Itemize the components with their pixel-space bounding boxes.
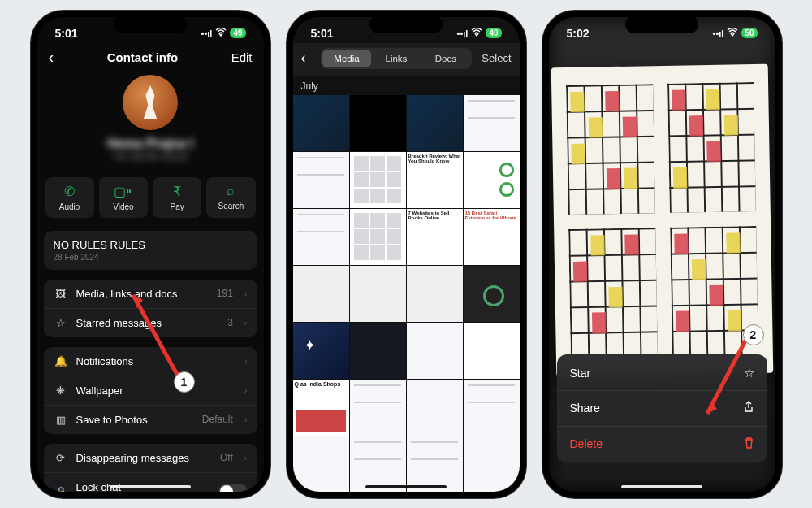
media-thumbnail[interactable] [464, 95, 520, 151]
pinned-title: NO RULES RULES [54, 239, 248, 251]
rupee-icon: ₹ [173, 184, 181, 199]
media-thumbnail[interactable] [293, 323, 349, 379]
media-thumbnail[interactable] [350, 95, 406, 151]
media-thumbnail[interactable] [293, 95, 349, 151]
edit-button[interactable]: Edit [231, 50, 253, 64]
lock-chat-toggle[interactable] [218, 484, 248, 491]
tab-media[interactable]: Media [322, 50, 372, 67]
wallpaper-icon: ❋ [54, 384, 68, 397]
star-icon: ☆ [54, 317, 68, 329]
signal-icon: ••ıl [457, 28, 469, 38]
search-icon: ⌕ [227, 184, 235, 198]
disappearing-value: Off [220, 452, 233, 463]
segment-control: Media Links Docs [321, 48, 473, 69]
media-thumbnail[interactable] [407, 266, 463, 322]
media-thumbnail[interactable] [407, 436, 463, 492]
media-thumbnail[interactable] [293, 209, 349, 265]
svg-line-0 [133, 295, 179, 379]
battery-badge: 50 [741, 28, 757, 38]
annotation-arrow-2 [693, 334, 758, 432]
media-thumbnail[interactable] [293, 152, 349, 208]
back-button[interactable]: ‹ [301, 50, 316, 67]
video-call-button[interactable]: ▢⁍ Video [99, 177, 148, 218]
lock-chat-row[interactable]: 🔒 Lock chat Lock and hide this chat on t… [44, 472, 257, 492]
battery-badge: 49 [486, 28, 501, 38]
select-button[interactable]: Select [477, 52, 511, 64]
search-button[interactable]: ⌕ Search [206, 177, 255, 218]
media-thumbnail[interactable]: 7 Websites to Sell Books Online [407, 209, 463, 265]
home-indicator [110, 485, 191, 488]
tab-links[interactable]: Links [371, 50, 421, 67]
chevron-right-icon: › [244, 453, 248, 462]
media-thumbnail[interactable] [464, 323, 520, 379]
avatar[interactable] [123, 75, 178, 130]
media-thumbnail[interactable] [293, 266, 349, 322]
lock-icon: 🔒 [54, 486, 68, 492]
save-photos-value: Default [202, 414, 233, 425]
page-title: Contact info [107, 50, 179, 64]
media-thumbnail[interactable] [293, 436, 349, 492]
star-label: Star [570, 367, 591, 380]
contact-phone: +91 98765 43210 [112, 151, 188, 163]
pinned-date: 28 Feb 2024 [54, 253, 248, 262]
battery-badge: 49 [230, 28, 245, 38]
video-icon: ▢⁍ [114, 184, 132, 199]
annotation-badge-2: 2 [743, 324, 764, 345]
wifi-icon [471, 28, 482, 38]
status-time: 5:01 [311, 27, 334, 40]
chevron-right-icon: › [244, 318, 248, 328]
home-indicator [621, 485, 702, 488]
media-thumbnail[interactable] [350, 209, 406, 265]
audio-call-button[interactable]: ✆ Audio [45, 177, 94, 218]
pay-label: Pay [171, 202, 184, 211]
disappearing-label: Disappearing messages [76, 452, 213, 464]
media-thumbnail[interactable] [350, 152, 406, 208]
media-thumbnail[interactable]: Breadkit Review: What You Should Know [407, 152, 463, 208]
media-thumbnail[interactable] [350, 323, 406, 379]
contact-name: Hema Prajna I [107, 137, 193, 151]
media-thumbnail[interactable] [407, 323, 463, 379]
wifi-icon [215, 28, 227, 38]
pay-button[interactable]: ₹ Pay [153, 177, 201, 218]
media-thumbnail[interactable] [350, 380, 406, 436]
media-thumbnail[interactable] [407, 95, 463, 151]
media-thumbnail[interactable] [464, 152, 520, 208]
tab-docs[interactable]: Docs [421, 50, 470, 67]
media-thumbnail[interactable] [464, 380, 520, 436]
nav-bar: ‹ Contact info Edit [37, 43, 264, 75]
svg-line-4 [707, 341, 745, 414]
search-label: Search [218, 202, 244, 211]
chevron-right-icon: › [244, 356, 248, 366]
save-to-photos-row[interactable]: ▥ Save to Photos Default › [44, 405, 257, 434]
starred-count: 3 [227, 317, 233, 328]
phone-icon: ✆ [64, 184, 75, 199]
nav-bar: ‹ Media Links Docs Select [293, 43, 520, 76]
share-label: Share [570, 402, 600, 415]
chevron-right-icon: › [244, 385, 248, 395]
delete-label: Delete [570, 437, 603, 450]
pinned-message[interactable]: NO RULES RULES 28 Feb 2024 [44, 231, 257, 270]
media-thumbnail[interactable]: Q as India Shops [293, 380, 349, 436]
chevron-right-icon: › [244, 415, 248, 424]
back-button[interactable]: ‹ [49, 48, 54, 67]
media-thumbnail[interactable] [407, 380, 463, 436]
media-icon: 🖼 [54, 288, 68, 300]
grid-sketch [568, 228, 657, 358]
status-time: 5:02 [567, 27, 590, 40]
media-thumbnail[interactable] [464, 436, 520, 492]
media-thumbnail[interactable] [350, 436, 406, 492]
bell-icon: 🔔 [54, 355, 68, 367]
signal-icon: ••ıl [713, 28, 724, 38]
media-thumbnail[interactable] [464, 266, 520, 322]
audio-label: Audio [59, 202, 80, 211]
annotation-badge-1: 1 [174, 371, 195, 393]
media-thumbnail[interactable] [350, 266, 406, 322]
signal-icon: ••ıl [201, 28, 213, 38]
media-count: 191 [217, 288, 233, 299]
media-thumbnail[interactable]: 15 Best Safari Extensions for iPhone [464, 209, 520, 265]
video-label: Video [113, 202, 133, 211]
disappearing-messages-row[interactable]: ⟳ Disappearing messages Off › [44, 444, 257, 472]
photos-icon: ▥ [54, 414, 68, 426]
grid-sketch [667, 82, 755, 213]
photo-preview[interactable] [551, 63, 773, 376]
